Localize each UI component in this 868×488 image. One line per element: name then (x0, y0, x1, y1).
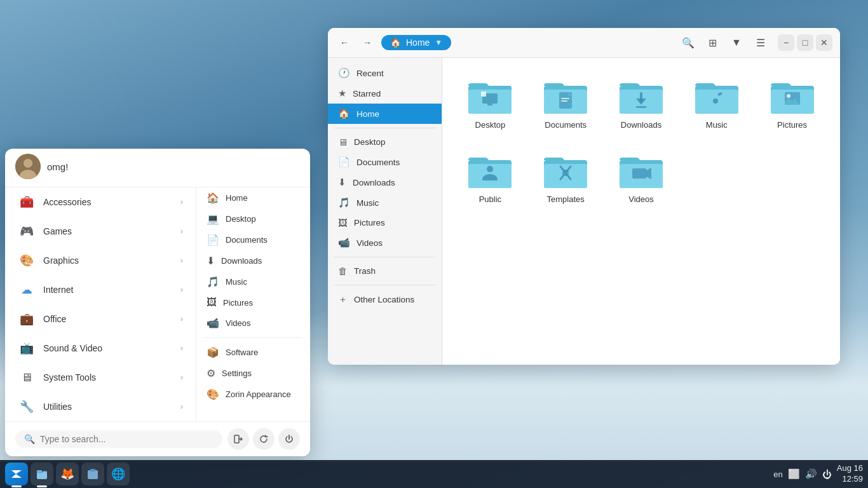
taskbar-left: 🦊 🌐 (5, 463, 130, 485)
folder-downloads[interactable]: Downloads (606, 71, 677, 135)
sidebar-label-videos: Videos (356, 238, 383, 248)
sidebar-item-downloads[interactable]: ⬇ Downloads (328, 172, 442, 193)
svg-point-24 (487, 166, 493, 172)
system-settings[interactable]: ⚙ Settings (204, 363, 302, 384)
search-button[interactable]: 🔍 (679, 33, 698, 52)
sidebar-label-downloads: Downloads (353, 178, 395, 187)
refresh-button[interactable] (253, 428, 275, 450)
place-pictures[interactable]: 🖼 Pictures (204, 292, 302, 313)
sidebar-item-home[interactable]: 🏠 Home (328, 104, 442, 124)
home-icon: 🏠 (338, 108, 350, 119)
sidebar-item-documents[interactable]: 📄 Documents (328, 152, 442, 172)
power-button[interactable] (278, 428, 300, 450)
category-internet[interactable]: ☁ Internet › (10, 275, 191, 304)
category-graphics[interactable]: 🎨 Graphics › (10, 246, 191, 275)
folder-documents[interactable]: Documents (531, 71, 601, 135)
power-status-button[interactable]: ⏻ (822, 469, 832, 480)
forward-button[interactable]: → (358, 34, 376, 51)
bottom-actions (227, 428, 300, 450)
folder-videos-icon (618, 150, 664, 191)
sidebar-item-other-locations[interactable]: ＋ Other Locations (328, 289, 442, 310)
category-accessories[interactable]: 🧰 Accessories › (10, 187, 191, 217)
utilities-icon: 🔧 (18, 398, 36, 416)
folder-desktop[interactable]: Desktop (455, 71, 526, 135)
windows-button[interactable]: ⬜ (788, 468, 800, 480)
chevron-right-icon: › (180, 344, 183, 353)
category-system-tools[interactable]: 🖥 System Tools › (10, 363, 191, 392)
sidebar-label-other: Other Locations (354, 295, 414, 304)
downloads-place-icon: ⬇ (207, 255, 215, 267)
folder-templates[interactable]: Templates (531, 145, 601, 209)
sound-video-icon: 📺 (18, 339, 36, 357)
file-manager-window: ← → 🏠 Home ▼ 🔍 ⊞ ▼ ☰ − □ ✕ 🕐 Recent ★ St… (328, 28, 840, 365)
home-place-icon: 🏠 (207, 192, 219, 204)
svg-rect-15 (636, 106, 646, 108)
sidebar-item-music[interactable]: 🎵 Music (328, 193, 442, 213)
system-zorin-appearance-label: Zorin Appearance (226, 390, 291, 399)
place-videos[interactable]: 📹 Videos (204, 313, 302, 334)
menu-button[interactable]: ☰ (751, 33, 770, 52)
chevron-right-icon: › (180, 256, 183, 265)
folder-templates-label: Templates (547, 194, 585, 204)
close-button[interactable]: ✕ (816, 34, 832, 51)
taskbar-files[interactable] (81, 463, 104, 485)
svg-rect-40 (88, 470, 98, 479)
place-documents[interactable]: 📄 Documents (204, 229, 302, 250)
search-input[interactable] (40, 434, 214, 444)
svg-rect-39 (37, 470, 42, 473)
places-divider (204, 337, 302, 338)
sidebar-label-home: Home (356, 109, 379, 119)
svg-point-21 (787, 94, 790, 98)
category-games[interactable]: 🎮 Games › (10, 217, 191, 246)
sidebar-item-recent[interactable]: 🕐 Recent (328, 63, 442, 83)
file-manager-content: Desktop (442, 58, 840, 365)
desktop-place-icon: 💻 (207, 213, 219, 225)
taskbar-file-manager[interactable] (31, 463, 53, 485)
sidebar-item-desktop[interactable]: 🖥 Desktop (328, 132, 442, 152)
sidebar-item-starred[interactable]: ★ Starred (328, 83, 442, 104)
minimize-button[interactable]: − (778, 34, 794, 51)
sidebar-item-videos[interactable]: 📹 Videos (328, 233, 442, 253)
category-internet-label: Internet (43, 285, 73, 295)
documents-place-icon: 📄 (207, 234, 219, 246)
folder-pictures[interactable]: Pictures (757, 71, 827, 135)
sidebar-item-trash[interactable]: 🗑 Trash (328, 261, 442, 281)
maximize-button[interactable]: □ (797, 34, 813, 51)
svg-rect-4 (487, 104, 492, 105)
category-office-label: Office (43, 314, 66, 324)
sidebar-label-pictures: Pictures (354, 218, 385, 227)
folder-pictures-label: Pictures (777, 120, 807, 130)
place-music[interactable]: 🎵 Music (204, 271, 302, 292)
place-downloads[interactable]: ⬇ Downloads (204, 250, 302, 271)
taskbar-firefox[interactable]: 🦊 (56, 463, 79, 485)
view-toggle-button[interactable]: ⊞ (703, 33, 722, 52)
pictures-icon: 🖼 (338, 217, 348, 228)
logout-button[interactable] (227, 428, 249, 450)
file-manager-body: 🕐 Recent ★ Starred 🏠 Home 🖥 Desktop 📄 Do… (328, 58, 840, 365)
folder-videos[interactable]: Videos (606, 145, 677, 209)
category-office[interactable]: 💼 Office › (10, 304, 191, 334)
window-controls: − □ ✕ (778, 34, 832, 51)
sort-button[interactable]: ▼ (727, 33, 746, 52)
volume-button[interactable]: 🔊 (805, 468, 817, 480)
location-bar[interactable]: 🏠 Home ▼ (381, 35, 451, 50)
folder-pictures-icon (770, 76, 815, 116)
back-button[interactable]: ← (336, 34, 353, 51)
chevron-right-icon: › (180, 198, 183, 207)
place-home[interactable]: 🏠 Home (204, 187, 302, 208)
sidebar-item-pictures[interactable]: 🖼 Pictures (328, 213, 442, 233)
folder-music[interactable]: Music (681, 71, 752, 135)
zorin-menu-button[interactable] (5, 463, 28, 485)
place-desktop[interactable]: 💻 Desktop (204, 208, 302, 229)
system-zorin-appearance[interactable]: 🎨 Zorin Appearance (204, 384, 302, 405)
folder-public[interactable]: Public (455, 145, 526, 209)
taskbar-browser[interactable]: 🌐 (107, 463, 130, 485)
taskbar: 🦊 🌐 en ⬜ 🔊 ⏻ Aug 16 12:59 (0, 460, 868, 488)
software-icon: 📦 (207, 346, 219, 358)
category-utilities[interactable]: 🔧 Utilities › (10, 392, 191, 421)
category-sound-video[interactable]: 📺 Sound & Video › (10, 334, 191, 363)
settings-icon: ⚙ (207, 367, 215, 379)
downloads-icon: ⬇ (338, 177, 346, 188)
place-videos-label: Videos (226, 318, 251, 328)
system-software[interactable]: 📦 Software (204, 342, 302, 363)
